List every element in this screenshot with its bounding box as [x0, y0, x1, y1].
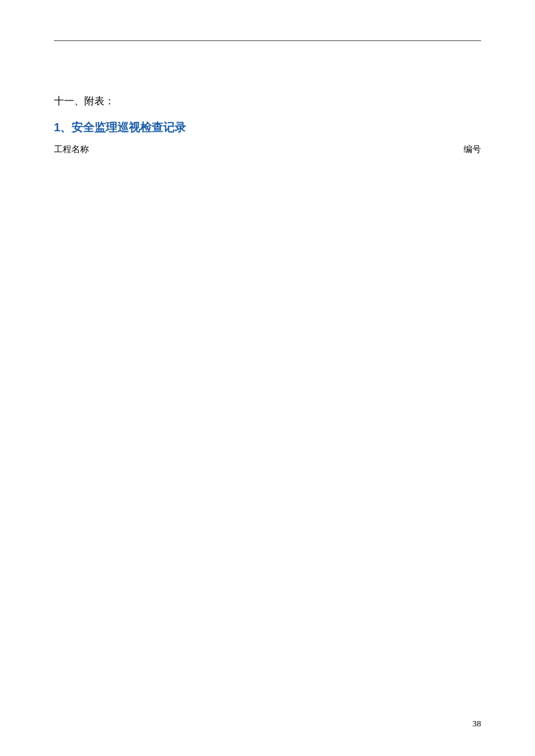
page-number: 38 [472, 718, 481, 729]
document-page: 十一、附表： 1、安全监理巡视检查记录 工程名称 编号 38 [0, 0, 535, 756]
top-divider [54, 40, 481, 41]
form-row: 工程名称 编号 [54, 143, 481, 156]
form-label-number: 编号 [464, 143, 481, 156]
form-label-project-name: 工程名称 [54, 143, 89, 156]
subsection-title: 1、安全监理巡视检查记录 [54, 120, 481, 135]
section-title: 十一、附表： [54, 95, 481, 108]
